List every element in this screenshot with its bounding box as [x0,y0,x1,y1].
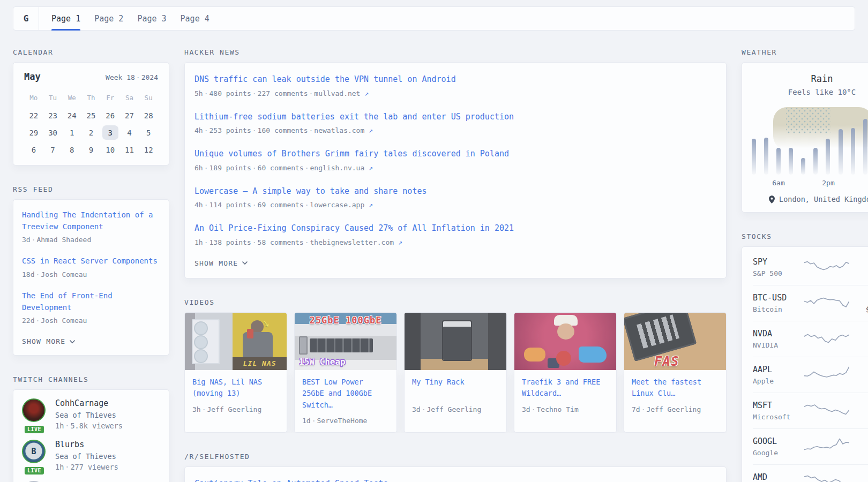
news-item-title[interactable]: Cautionary Tale on Automated Speed Tests [194,478,716,482]
thumbnail-shape-fan [194,349,208,363]
sparkline-svg [804,436,849,455]
video-thumbnail[interactable] [514,312,617,370]
news-item: An Oil Price-Fixing Conspiracy Caused 27… [194,222,716,246]
news-item: Lowercase – A simple way to take and sha… [194,185,716,209]
news-item-title[interactable]: Lithium-free sodium batteries exit the l… [194,111,716,123]
video-thumbnail[interactable] [404,312,507,370]
thumbnail-shape-col-l [405,313,421,370]
calendar-day: 5 [139,125,158,140]
twitch-channel-row[interactable]: BLIVEBlurbsSea of Thieves1h·277 viewers [22,440,160,471]
calendar-widget: CALENDAR May Week 18·2024 MoTuWeThFrSaSu… [13,48,169,165]
right-column: WEATHER Rain Feels like 10°C 6am2pm10pm … [742,48,868,482]
news-item-title[interactable]: Lowercase – A simple way to take and sha… [194,185,716,198]
thumbnail-shape-chicken [524,348,545,362]
separator-dot: · [34,270,41,278]
separator-dot: · [251,201,258,209]
stock-price: $888.12 [849,341,868,350]
show-more-button[interactable]: SHOW MORE [194,259,716,267]
video-title[interactable]: Big NAS, Lil NAS (moving 13) [192,376,279,400]
stock-price: $184.51 [849,377,868,386]
stock-symbol: SPY [753,257,804,267]
stock-company-name: Microsoft [753,413,804,421]
twitch-widget: TWITCH CHANNELS LIVECohhCarnageSea of Th… [13,375,169,482]
calendar-day: 30 [43,125,63,140]
stocks-card: SPYS&P 500+1.32%$511.69BTC-USDBitcoin+4.… [742,246,868,482]
news-item-source-link[interactable]: english.nv.ua ↗ [310,164,373,172]
stock-values: +1.32%$511.69 [849,257,868,278]
calendar-day: 6 [24,142,43,157]
calendar-weekday: We [62,91,81,106]
video-title[interactable]: Meet the fastest Linux Clu… [632,376,719,400]
stock-row: MSFTMicrosoft+2.24%$406.76 [753,393,868,428]
thumbnail-shape-lock [548,358,559,368]
news-item-title[interactable]: An Oil Price-Fixing Conspiracy Caused 27… [194,222,716,235]
stock-price: $61,820.02 [849,305,868,314]
weather-bar [863,119,867,175]
video-card[interactable]: My Tiny Rack3d·Jeff Geerling [404,312,507,433]
stock-symbol: AAPL [753,365,804,374]
rss-item: The End of Front-End Development22d·Josh… [22,290,160,325]
rss-show-more-button[interactable]: SHOW MORE [22,337,160,345]
video-title[interactable]: Traefik 3 and FREE Wildcard… [522,376,609,400]
weather-card: Rain Feels like 10°C 6am2pm10pm 12° Lond… [742,62,868,213]
calendar-day-number: 3 [102,125,118,140]
rss-item-meta: 22d·Josh Comeau [22,317,160,325]
video-thumbnail[interactable]: 25GbE 100GbE15W Cheap [294,312,397,370]
video-thumbnail[interactable]: ➘LIL NAS [184,312,287,370]
app-logo[interactable]: G [13,7,39,30]
separator-dot: · [201,405,207,413]
stock-values: +2.97%$150.50 [849,472,868,482]
separator-dot: · [304,201,310,209]
stock-symbol: AMD [753,472,804,482]
rss-card: Handling The Indentation of a Treeview C… [13,199,169,356]
tab-page-3[interactable]: Page 3 [130,7,173,30]
calendar-header: May Week 18·2024 [24,71,158,82]
meta-part: Jeff Geerling [426,405,481,413]
weather-x-labels: 6am2pm10pm [752,179,868,189]
video-card[interactable]: 25GbE 100GbE15W CheapBEST Low Power 25Gb… [294,312,397,433]
stock-values: +4.56%$61,820.02 [849,292,868,314]
weather-bar [851,128,855,175]
calendar-day-number: 10 [102,142,118,157]
news-item-source-link[interactable]: lowercase.app ↗ [310,201,373,209]
news-item-source-link[interactable]: thebignewsletter.com ↗ [310,238,402,246]
rss-item-title[interactable]: Handling The Indentation of a Treeview C… [22,209,160,232]
video-card[interactable]: FASMeet the fastest Linux Clu…7d·Jeff Ge… [624,312,727,433]
calendar-weekday: Su [139,91,158,106]
stock-sparkline [804,328,849,350]
video-title[interactable]: My Tiny Rack [412,376,499,400]
separator-dot: · [203,201,209,209]
video-card-body: BEST Low Power 25GbE and 100GbE Switch…1… [294,370,397,433]
meta-part: 6h [194,164,203,172]
stock-change-percent: +2.97% [849,472,868,481]
stock-identity: BTC-USDBitcoin [753,293,804,313]
tab-page-1[interactable]: Page 1 [44,7,87,30]
middle-column: HACKER NEWS DNS traffic can leak outside… [184,48,727,482]
news-item-title[interactable]: Unique volumes of Brothers Grimm fairy t… [194,148,716,160]
calendar-day: 28 [139,108,158,123]
video-thumbnail[interactable]: FAS [624,312,727,370]
stock-row: BTC-USDBitcoin+4.56%$61,820.02 [753,285,868,321]
news-item-source-link[interactable]: mullvad.net ↗ [314,89,369,97]
tab-page-4[interactable]: Page 4 [174,7,216,30]
news-item: Unique volumes of Brothers Grimm fairy t… [194,148,716,172]
separator-dot: · [308,89,315,97]
twitch-channel-row[interactable]: LIVECohhCarnageSea of Thieves1h·5.8k vie… [22,398,160,430]
stock-change-percent: +4.56% [849,292,868,302]
video-card[interactable]: Traefik 3 and FREE Wildcard…3d·Techno Ti… [514,312,617,433]
news-item-source-link[interactable]: newatlas.com ↗ [314,126,373,134]
stock-row: SPYS&P 500+1.32%$511.69 [753,250,868,285]
avatar [22,398,46,422]
video-meta: 3d·Techno Tim [522,405,609,413]
video-card[interactable]: ➘LIL NASBig NAS, Lil NAS (moving 13)3h·J… [184,312,287,433]
separator-dot: · [203,164,209,172]
rss-item-title[interactable]: The End of Front-End Development [22,290,160,313]
twitch-channel-game: Sea of Thieves [55,411,123,419]
stock-identity: GOOGLGoogle [753,436,804,457]
news-item-title[interactable]: DNS traffic can leak outside the VPN tun… [194,73,716,86]
stock-company-name: Google [753,449,804,457]
stock-company-name: Bitcoin [753,305,804,313]
video-title[interactable]: BEST Low Power 25GbE and 100GbE Switch… [302,376,389,411]
rss-item-title[interactable]: CSS in React Server Components [22,255,160,267]
tab-page-2[interactable]: Page 2 [87,7,130,30]
